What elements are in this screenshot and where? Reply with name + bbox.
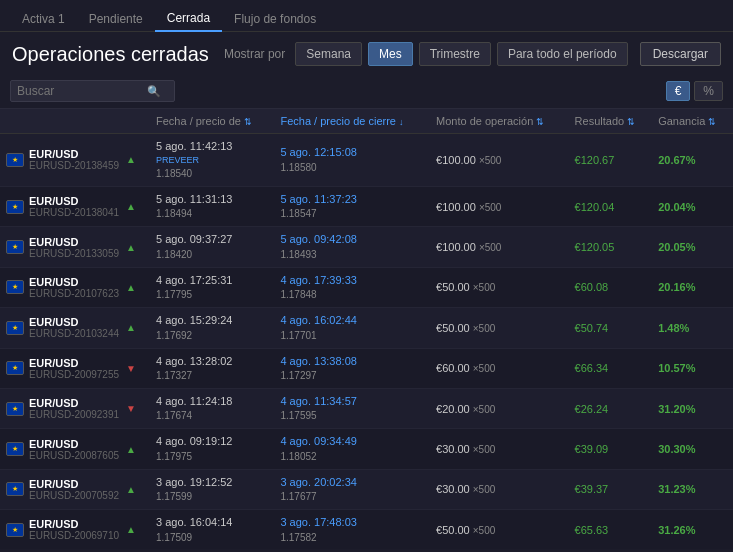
instrument-cell: EUR/USD EURUSD-20138459 ▲ — [0, 134, 150, 187]
tab-activa1[interactable]: Activa 1 — [10, 7, 77, 31]
gain-value: 30.30% — [658, 443, 695, 455]
close-price: 1.17701 — [280, 329, 424, 343]
open-price: 1.17599 — [156, 490, 268, 504]
open-date: 4 ago. 15:29:24 — [156, 313, 268, 328]
close-date-cell: 5 ago. 12:15:08 1.18580 — [274, 134, 430, 187]
table-container: Fecha / precio de ⇅ Fecha / precio de ci… — [0, 109, 733, 549]
toolbar: 🔍 € % — [0, 74, 733, 109]
result-cell: €66.34 — [569, 348, 653, 388]
result-cell: €50.74 — [569, 308, 653, 348]
instrument-cell: EUR/USD EURUSD-20069710 ▲ — [0, 510, 150, 549]
open-date-cell: 4 ago. 17:25:31 1.17795 — [150, 267, 274, 307]
period-btn-todo[interactable]: Para todo el período — [497, 42, 628, 66]
currency-btn-euro[interactable]: € — [666, 81, 691, 101]
instrument-name: EUR/USD — [29, 518, 119, 530]
col-gain[interactable]: Ganancia ⇅ — [652, 109, 733, 134]
col-result[interactable]: Resultado ⇅ — [569, 109, 653, 134]
close-date-cell: 3 ago. 20:02:34 1.17677 — [274, 469, 430, 509]
table-row: EUR/USD EURUSD-20138459 ▲ 5 ago. 11:42:1… — [0, 134, 733, 187]
flag-icon — [6, 153, 24, 167]
instrument-name: EUR/USD — [29, 236, 119, 248]
page-header: Operaciones cerradas Mostrar por Semana … — [0, 32, 733, 74]
gain-cell: 31.26% — [652, 510, 733, 549]
sort-arrow-gain: ⇅ — [708, 117, 716, 127]
gain-cell: 30.30% — [652, 429, 733, 469]
multiplier-value: ×500 — [479, 202, 502, 213]
table-row: EUR/USD EURUSD-20070592 ▲ 3 ago. 19:12:5… — [0, 469, 733, 509]
top-tabs: Activa 1 Pendiente Cerrada Flujo de fond… — [0, 0, 733, 32]
gain-cell: 20.16% — [652, 267, 733, 307]
open-date-cell: 3 ago. 19:12:52 1.17599 — [150, 469, 274, 509]
show-by-label: Mostrar por — [224, 47, 285, 61]
instrument-id: EURUSD-20138041 — [29, 207, 119, 218]
open-date: 5 ago. 11:42:13 — [156, 139, 268, 154]
close-date-cell: 4 ago. 17:39:33 1.17848 — [274, 267, 430, 307]
result-cell: €39.37 — [569, 469, 653, 509]
instrument-id: EURUSD-20103244 — [29, 328, 119, 339]
multiplier-value: ×500 — [473, 444, 496, 455]
flag-icon — [6, 523, 24, 537]
close-price: 1.17595 — [280, 409, 424, 423]
gain-cell: 31.23% — [652, 469, 733, 509]
instrument-name: EUR/USD — [29, 397, 119, 409]
open-date-cell: 5 ago. 09:37:27 1.18420 — [150, 227, 274, 267]
col-instrument — [0, 109, 150, 134]
col-close-date[interactable]: Fecha / precio de cierre ↓ — [274, 109, 430, 134]
flag-icon — [6, 402, 24, 416]
table-row: EUR/USD EURUSD-20087605 ▲ 4 ago. 09:19:1… — [0, 429, 733, 469]
result-value: €120.05 — [575, 241, 615, 253]
multiplier-value: ×500 — [479, 155, 502, 166]
col-open-date[interactable]: Fecha / precio de ⇅ — [150, 109, 274, 134]
table-row: EUR/USD EURUSD-20138041 ▲ 5 ago. 11:31:1… — [0, 186, 733, 226]
instrument-name: EUR/USD — [29, 148, 119, 160]
tab-flujo[interactable]: Flujo de fondos — [222, 7, 328, 31]
currency-btn-percent[interactable]: % — [694, 81, 723, 101]
trade-direction-icon: ▼ — [126, 363, 136, 374]
open-price: 1.17692 — [156, 329, 268, 343]
table-row: EUR/USD EURUSD-20103244 ▲ 4 ago. 15:29:2… — [0, 308, 733, 348]
amount-cell: €30.00 ×500 — [430, 469, 569, 509]
sort-arrow-close: ↓ — [399, 117, 404, 127]
instrument-id: EURUSD-20069710 — [29, 530, 119, 541]
close-date: 4 ago. 17:39:33 — [280, 273, 424, 288]
close-date: 3 ago. 17:48:03 — [280, 515, 424, 530]
gain-cell: 20.67% — [652, 134, 733, 187]
search-icon: 🔍 — [147, 85, 161, 98]
multiplier-value: ×500 — [473, 282, 496, 293]
close-price: 1.18052 — [280, 450, 424, 464]
multiplier-value: ×500 — [473, 323, 496, 334]
close-price: 1.17582 — [280, 531, 424, 545]
amount-cell: €20.00 ×500 — [430, 388, 569, 428]
gain-value: 20.16% — [658, 281, 695, 293]
result-value: €65.63 — [575, 524, 609, 536]
flag-icon — [6, 280, 24, 294]
instrument-id: EURUSD-20092391 — [29, 409, 119, 420]
period-btn-trimestre[interactable]: Trimestre — [419, 42, 491, 66]
tab-cerrada[interactable]: Cerrada — [155, 6, 222, 32]
amount-cell: €30.00 ×500 — [430, 429, 569, 469]
flag-icon — [6, 361, 24, 375]
close-date-cell: 5 ago. 11:37:23 1.18547 — [274, 186, 430, 226]
search-input[interactable] — [17, 84, 147, 98]
col-amount[interactable]: Monto de operación ⇅ — [430, 109, 569, 134]
sort-arrow-amount: ⇅ — [536, 117, 544, 127]
table-row: EUR/USD EURUSD-20069710 ▲ 3 ago. 16:04:1… — [0, 510, 733, 549]
open-price: 1.17509 — [156, 531, 268, 545]
amount-cell: €50.00 ×500 — [430, 510, 569, 549]
period-btn-semana[interactable]: Semana — [295, 42, 362, 66]
period-btn-mes[interactable]: Mes — [368, 42, 413, 66]
instrument-name: EUR/USD — [29, 478, 119, 490]
amount-value: €100.00 — [436, 154, 476, 166]
flag-icon — [6, 442, 24, 456]
gain-cell: 31.20% — [652, 388, 733, 428]
open-date-cell: 5 ago. 11:42:13 PREVEER 1.18540 — [150, 134, 274, 187]
close-date: 4 ago. 11:34:57 — [280, 394, 424, 409]
close-date: 5 ago. 09:42:08 — [280, 232, 424, 247]
result-value: €120.04 — [575, 201, 615, 213]
download-button[interactable]: Descargar — [640, 42, 721, 66]
multiplier-value: ×500 — [473, 484, 496, 495]
tab-pendiente[interactable]: Pendiente — [77, 7, 155, 31]
operations-table: Fecha / precio de ⇅ Fecha / precio de ci… — [0, 109, 733, 549]
trade-direction-icon: ▲ — [126, 484, 136, 495]
close-date-cell: 3 ago. 17:48:03 1.17582 — [274, 510, 430, 549]
